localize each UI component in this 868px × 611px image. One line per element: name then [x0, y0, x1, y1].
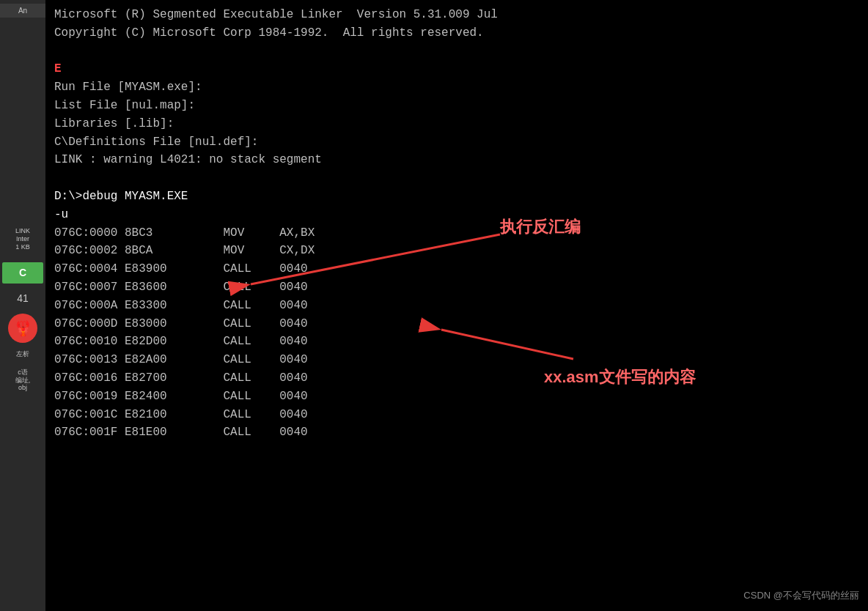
sidebar-avatar[interactable]: 🦞	[8, 314, 37, 343]
terminal-line-run: Run File [MYASM.exe]:	[54, 78, 859, 97]
terminal-line-lib: Libraries [.lib]:	[54, 115, 859, 133]
terminal-line-blank	[54, 169, 859, 188]
sidebar-size-label: 1 KB	[15, 243, 30, 251]
terminal-asm-7: 076C:0013 E82A00 CALL 0040	[54, 351, 859, 369]
terminal-asm-0: 076C:0000 8BC3 MOV AX,BX	[54, 224, 859, 242]
terminal-asm-3: 076C:0007 E83600 CALL 0040	[54, 278, 859, 297]
sidebar-inter-label: Inter	[16, 235, 29, 242]
terminal-line-3	[54, 42, 859, 61]
terminal-line-u: -u	[54, 206, 859, 224]
sidebar-item-c[interactable]: C	[2, 262, 43, 284]
sidebar: An LINK Inter 1 KB C 41 🦞 左析 c语编址,obj	[0, 0, 45, 611]
terminal-asm-11: 076C:001F E81E00 CALL 0040	[54, 423, 859, 442]
terminal-line-def: C\Definitions File [nul.def]:	[54, 133, 859, 152]
sidebar-c-label: C	[19, 267, 26, 278]
terminal-line-1: Microsoft (R) Segmented Executable Linke…	[54, 6, 859, 24]
sidebar-item-link[interactable]: LINK Inter 1 KB	[2, 226, 43, 252]
terminal-asm-6: 076C:0010 E82D00 CALL 0040	[54, 333, 859, 351]
sidebar-item-clang[interactable]: c语编址,obj	[2, 367, 43, 393]
sidebar-avatar-label: 左析	[2, 349, 43, 360]
terminal-line-2: Copyright (C) Microsoft Corp 1984-1992. …	[54, 24, 859, 42]
terminal-asm-1: 076C:0002 8BCA MOV CX,DX	[54, 242, 859, 260]
terminal-asm-9: 076C:0019 E82400 CALL 0040	[54, 388, 859, 406]
terminal-line-warning: LINK : warning L4021: no stack segment	[54, 151, 859, 169]
terminal-line-debug: D:\>debug MYASM.EXE	[54, 188, 859, 206]
terminal-asm-8: 076C:0016 E82700 CALL 0040	[54, 369, 859, 388]
terminal-asm-2: 076C:0004 E83900 CALL 0040	[54, 260, 859, 278]
sidebar-clang-label: c语编址,obj	[15, 369, 31, 392]
terminal-line-list: List File [nul.map]:	[54, 97, 859, 115]
avatar-icon: 🦞	[14, 319, 32, 337]
sidebar-41-label: 41	[17, 292, 29, 304]
terminal-asm-10: 076C:001C E82100 CALL 0040	[54, 406, 859, 424]
terminal-red-marker: E	[54, 60, 859, 78]
terminal-asm-4: 076C:000A E83300 CALL 0040	[54, 297, 859, 315]
terminal-asm-5: 076C:000D E83000 CALL 0040	[54, 315, 859, 333]
sidebar-link-label: LINK	[15, 227, 30, 234]
terminal-window: Microsoft (R) Segmented Executable Linke…	[45, 0, 868, 611]
sidebar-header: An	[0, 4, 45, 18]
csdn-watermark: CSDN @不会写代码的丝丽	[743, 589, 859, 602]
sidebar-item-41[interactable]: 41	[2, 291, 43, 306]
